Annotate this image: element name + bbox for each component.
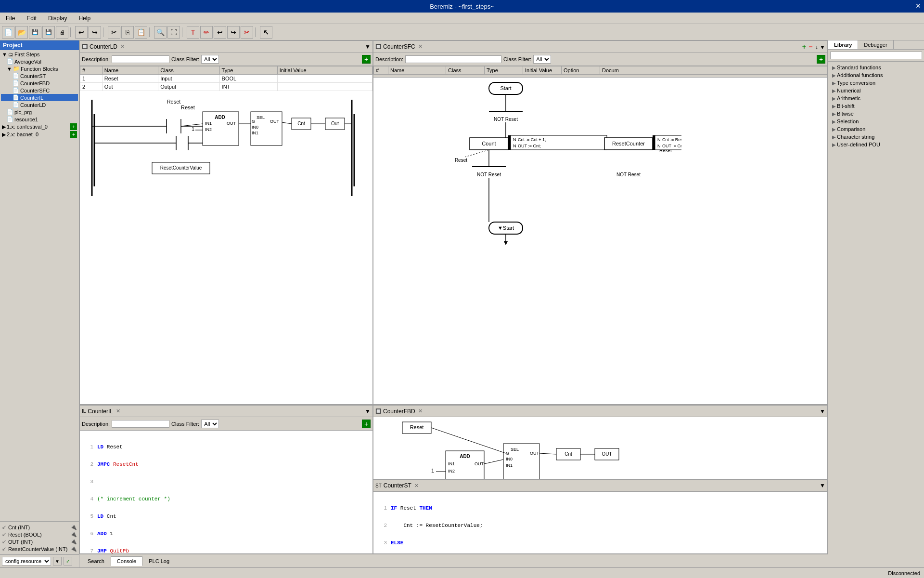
tab-close-icon[interactable]: ✕	[116, 408, 120, 414]
col-name: Name	[102, 66, 158, 75]
config-arrow-button[interactable]: ▼	[53, 557, 62, 565]
add-canfestival-button[interactable]: +	[70, 123, 77, 130]
copy-button[interactable]: ⎘	[121, 26, 134, 39]
description-input[interactable]	[112, 55, 169, 63]
il-add-button[interactable]: +	[362, 420, 371, 428]
code-line-3: 3	[82, 479, 371, 485]
lib-item-comparison[interactable]: ▶ Comparison	[830, 125, 922, 133]
lib-item-user-defined-pou[interactable]: ▶ User-defined POU	[830, 141, 922, 148]
tree-item-firststeps[interactable]: ▼ 🗂 First Steps	[1, 51, 78, 58]
lib-item-bitwise[interactable]: ▶ Bitwise	[830, 110, 922, 118]
config-check-button[interactable]: ✓	[64, 557, 72, 565]
tree-item-averageval[interactable]: 📄 AverageVal	[1, 58, 78, 65]
sfc-add-icon[interactable]: +	[802, 43, 806, 51]
class-filter-select[interactable]: All	[201, 55, 219, 64]
redo-button[interactable]: ↪	[89, 26, 101, 39]
tool4-button[interactable]: ↪	[227, 26, 240, 39]
tree-item-resource1[interactable]: 📄 resource1	[1, 116, 78, 123]
open-button[interactable]: 📂	[15, 26, 28, 39]
cnt-expr2-label: Cnt := ResetCounterValue;	[662, 137, 681, 142]
tab-close-icon[interactable]: ✕	[414, 483, 419, 489]
tab-plclog[interactable]: PLC Log	[142, 556, 176, 566]
zoom-fit-button[interactable]: ⛶	[167, 26, 180, 39]
lib-item-additional-functions[interactable]: ▶ Additional functions	[830, 71, 922, 79]
ld-overlay-svg: Reset ADD	[80, 95, 364, 203]
sfc-description-input[interactable]	[405, 55, 501, 63]
lib-item-numerical[interactable]: ▶ Numerical	[830, 87, 922, 94]
sfc-collapse-icon[interactable]: ▼	[820, 44, 825, 51]
tree-item-counterfbd[interactable]: 📄 CounterFBD	[1, 79, 78, 87]
tool1-button[interactable]: T	[187, 26, 199, 39]
tool3-button[interactable]: ↩	[214, 26, 226, 39]
tool5-button[interactable]: ✂	[241, 26, 253, 39]
tab-search[interactable]: Search	[81, 556, 111, 566]
description-label: Description:	[375, 56, 403, 62]
lib-item-arithmetic[interactable]: ▶ Arithmetic	[830, 94, 922, 102]
fbd-const1: 1	[431, 468, 434, 473]
tree-item-canfestival[interactable]: ▶ 1.x: canfestival_0 +	[1, 123, 78, 131]
save-button[interactable]: 💾	[29, 26, 41, 39]
tab-debugger[interactable]: Debugger	[858, 40, 893, 49]
menu-display[interactable]: Display	[44, 14, 71, 23]
tab-library[interactable]: Library	[828, 40, 858, 49]
tree-item-functionblocks[interactable]: ▼ 📁 Function Blocks	[1, 65, 78, 72]
tool2-button[interactable]: ✏	[200, 26, 213, 39]
tab-label[interactable]: CounterLD	[90, 43, 117, 50]
svg-line-47	[539, 453, 556, 454]
sfc-class-filter-select[interactable]: All	[533, 55, 551, 64]
tab-close-icon[interactable]: ✕	[120, 43, 125, 50]
counter-il-panel: IL CounterIL ✕ ▼ Description: Class Filt…	[79, 405, 373, 554]
col-initial: Initial Value	[277, 66, 372, 75]
add-variable-button[interactable]: +	[362, 55, 371, 64]
config-select[interactable]: config.resource	[2, 557, 51, 565]
zoom-in-button[interactable]: 🔍	[154, 26, 167, 39]
library-search-input[interactable]	[830, 52, 922, 59]
lib-item-bitshift[interactable]: ▶ Bit-shift	[830, 102, 922, 110]
print-button[interactable]: 🖨	[56, 26, 68, 39]
paste-button[interactable]: 📋	[135, 26, 147, 39]
cursor-button[interactable]: ↖	[260, 26, 272, 39]
fbd-in0-label: IN0	[506, 457, 513, 461]
tree-label: 1.x: canfestival_0	[7, 124, 48, 130]
tree-item-countersfc[interactable]: 📄 CounterSFC	[1, 87, 78, 94]
tree-item-counterld[interactable]: 📄 CounterLD	[1, 101, 78, 108]
tab-close-icon[interactable]: ✕	[418, 43, 423, 50]
tab-label[interactable]: CounterSFC	[383, 43, 415, 50]
col-class: Class	[158, 66, 219, 75]
new-button[interactable]: 📄	[2, 26, 14, 39]
bottom-panels: IL CounterIL ✕ ▼ Description: Class Filt…	[79, 405, 828, 554]
il-description-input[interactable]	[112, 420, 169, 428]
cell-initial	[277, 83, 372, 91]
menu-help[interactable]: Help	[75, 14, 94, 23]
close-icon[interactable]: ✕	[915, 2, 921, 10]
col-num: #	[374, 66, 388, 75]
lib-item-character-string[interactable]: ▶ Character string	[830, 133, 922, 141]
sfc-add-var-button[interactable]: +	[817, 55, 825, 64]
tab-label[interactable]: CounterFBD	[383, 408, 415, 415]
add-bacnet-button[interactable]: +	[70, 131, 77, 138]
variables-panel: ↙ Cnt (INT) 🔌 ↙ Reset (BOOL) 🔌 ↙ OUT (IN…	[0, 521, 79, 554]
tree-item-bacnet[interactable]: ▶ 2.x: bacnet_0 +	[1, 131, 78, 138]
il-class-filter[interactable]: All	[201, 420, 219, 428]
sfc-down-icon[interactable]: ↓	[815, 44, 818, 51]
lib-item-type-conversion[interactable]: ▶ Type conversion	[830, 79, 922, 87]
tab-console[interactable]: Console	[111, 556, 142, 566]
menu-file[interactable]: File	[2, 14, 19, 23]
undo-button[interactable]: ↩	[75, 26, 88, 39]
tree-item-counteril[interactable]: 📄 CounterIL	[1, 94, 78, 101]
il-collapse-icon: ▼	[365, 408, 371, 415]
lib-item-selection[interactable]: ▶ Selection	[830, 118, 922, 125]
tree-item-counterst[interactable]: 📄 CounterST	[1, 72, 78, 79]
saveas-button[interactable]: 💾	[42, 26, 55, 39]
tree-item-plcprg[interactable]: 📄 plc_prg	[1, 108, 78, 116]
lib-item-standard-functions[interactable]: ▶ Standard functions	[830, 64, 922, 71]
toolbar: 📄 📂 💾 💾 🖨 ↩ ↪ ✂ ⎘ 📋 🔍 ⛶ T ✏ ↩ ↪ ✂ ↖	[0, 24, 924, 40]
tab-label[interactable]: CounterST	[384, 482, 411, 489]
sfc-remove-icon[interactable]: −	[808, 43, 812, 51]
fbd-sel-label: SEL	[511, 447, 519, 452]
cut-button[interactable]: ✂	[108, 26, 120, 39]
table-row: 1 Reset Input BOOL	[80, 75, 372, 83]
menu-edit[interactable]: Edit	[23, 14, 40, 23]
tab-label[interactable]: CounterIL	[88, 408, 113, 415]
tab-close-icon[interactable]: ✕	[418, 408, 423, 414]
